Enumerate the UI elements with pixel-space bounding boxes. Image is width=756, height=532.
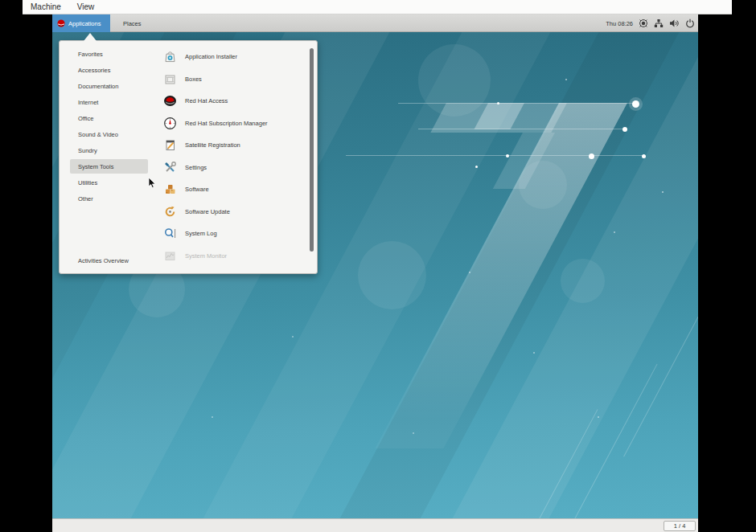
wallpaper-dot — [533, 352, 535, 354]
satellite-registration-icon — [163, 138, 177, 152]
places-label: Places — [123, 20, 142, 27]
vm-menubar: Machine View — [23, 0, 732, 14]
clock: Thu 08:26 — [606, 20, 633, 27]
category-favorites[interactable]: Favorites — [70, 47, 148, 61]
machine-menu[interactable]: Machine — [23, 0, 69, 14]
menu-arrow — [84, 33, 97, 41]
wallpaper-line — [346, 155, 645, 156]
settings-icon — [163, 161, 177, 174]
red-hat-access-icon — [163, 94, 177, 108]
category-office[interactable]: Office — [70, 111, 148, 125]
category-system-tools[interactable]: System Tools — [70, 159, 148, 174]
app-item-system-log[interactable]: System Log — [163, 227, 217, 240]
category-utilities[interactable]: Utilities — [70, 175, 148, 190]
menu-scrollbar[interactable] — [310, 48, 314, 252]
wallpaper-dot — [632, 100, 639, 108]
app-label: Software — [185, 186, 209, 193]
software-icon — [163, 182, 177, 196]
wallpaper-dot — [506, 154, 509, 158]
workspace-indicator[interactable]: 1 / 4 — [664, 521, 696, 531]
wallpaper-bokeh — [561, 259, 605, 303]
applications-menu-button[interactable]: Applications — [52, 14, 110, 32]
application-installer-icon — [163, 50, 177, 63]
system-log-icon — [163, 227, 177, 240]
wallpaper-bokeh — [358, 241, 426, 309]
places-menu-button[interactable]: Places — [117, 14, 148, 32]
power-icon[interactable] — [685, 18, 695, 28]
subscription-manager-icon — [163, 117, 177, 130]
app-item-subscription-manager[interactable]: Red Hat Subscription Manager — [163, 117, 268, 130]
view-menu[interactable]: View — [69, 0, 103, 14]
system-monitor-icon — [163, 249, 177, 263]
app-label: Boxes — [185, 76, 202, 83]
gnome-top-bar: Applications Places Thu 08:26 — [52, 14, 698, 32]
boxes-icon — [163, 72, 177, 86]
wallpaper-dot — [565, 79, 567, 80]
mouse-cursor — [148, 177, 157, 189]
category-accessories[interactable]: Accessories — [70, 63, 148, 77]
app-label: System Log — [185, 230, 217, 237]
wallpaper-dot — [475, 166, 478, 168]
app-item-boxes[interactable]: Boxes — [163, 72, 202, 86]
vm-viewer-window: Machine View — [0, 0, 756, 532]
activities-overview-button[interactable]: Activities Overview — [70, 253, 166, 268]
category-sound-video[interactable]: Sound & Video — [70, 127, 148, 141]
wallpaper-dot — [212, 416, 213, 418]
network-icon[interactable] — [654, 18, 664, 28]
app-item-settings[interactable]: Settings — [163, 161, 207, 174]
app-label: Software Update — [185, 208, 230, 215]
app-item-software[interactable]: Software — [163, 182, 209, 196]
applications-menu-popup: Favorites Accessories Documentation Inte… — [59, 40, 318, 274]
wallpaper-dot — [622, 127, 627, 132]
category-sundry[interactable]: Sundry — [70, 143, 148, 158]
wallpaper-dot — [589, 153, 594, 159]
wallpaper-dot — [598, 416, 599, 418]
category-other[interactable]: Other — [70, 191, 148, 206]
wallpaper-dot — [642, 154, 646, 158]
app-item-software-update[interactable]: Software Update — [163, 205, 230, 219]
volume-icon[interactable] — [669, 18, 680, 28]
app-label: System Monitor — [185, 252, 227, 260]
applications-label: Applications — [68, 20, 101, 27]
wallpaper-dot — [292, 336, 294, 338]
software-update-icon — [163, 205, 177, 219]
wallpaper-dot — [497, 102, 499, 104]
system-tray: Thu 08:26 — [606, 14, 695, 32]
app-item-satellite-registration[interactable]: Satellite Registration — [163, 138, 240, 152]
wallpaper-dot — [614, 231, 615, 233]
wallpaper-dot — [469, 272, 470, 273]
app-label: Red Hat Access — [185, 97, 228, 104]
app-label: Satellite Registration — [185, 141, 240, 149]
app-label: Settings — [185, 164, 207, 171]
category-documentation[interactable]: Documentation — [70, 79, 148, 93]
app-item-system-monitor[interactable]: System Monitor — [163, 249, 227, 263]
app-label: Red Hat Subscription Manager — [185, 120, 268, 127]
app-label: Application Installer — [185, 53, 237, 60]
red-hat-icon — [57, 19, 65, 27]
wallpaper-line — [398, 103, 635, 104]
screen-orb-icon[interactable] — [639, 18, 648, 28]
wallpaper-line — [418, 129, 625, 129]
app-item-application-installer[interactable]: Application Installer — [163, 50, 237, 63]
gnome-bottom-panel: 1 / 4 — [52, 518, 698, 532]
app-item-red-hat-access[interactable]: Red Hat Access — [163, 94, 228, 108]
category-internet[interactable]: Internet — [70, 95, 148, 109]
wallpaper-dot — [662, 191, 664, 193]
wallpaper-dot — [413, 432, 414, 434]
guest-screen: Applications Places Thu 08:26 — [52, 14, 698, 532]
